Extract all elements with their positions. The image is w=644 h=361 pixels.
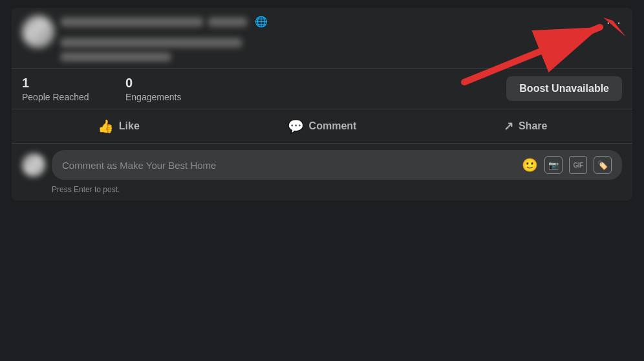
share-icon: ↗ bbox=[504, 119, 513, 133]
post-author-badge-blur bbox=[208, 17, 247, 27]
post-author-name-blur bbox=[61, 17, 203, 27]
commenter-avatar bbox=[22, 153, 45, 177]
people-reached-label: People Reached bbox=[22, 92, 125, 102]
like-icon: 👍 bbox=[98, 118, 114, 134]
emoji-icon[interactable]: 🙂 bbox=[522, 157, 538, 173]
post-subrow bbox=[61, 33, 622, 47]
post-subtitle-blur-2 bbox=[61, 52, 171, 61]
boost-unavailable-button[interactable]: Boost Unavailable bbox=[506, 76, 622, 101]
share-label: Share bbox=[519, 120, 547, 132]
comment-icon-group: 🙂 📷 GIF 🏷️ bbox=[522, 156, 612, 174]
post-subtitle-blur-1 bbox=[61, 38, 242, 47]
gif-icon[interactable]: GIF bbox=[569, 156, 587, 174]
globe-icon: 🌐 bbox=[255, 16, 268, 28]
comment-row: Comment as Make Your Best Home 🙂 📷 GIF 🏷… bbox=[12, 144, 632, 184]
comment-button[interactable]: 💬 Comment bbox=[220, 112, 424, 140]
like-button[interactable]: 👍 Like bbox=[17, 112, 220, 140]
comment-input-area[interactable]: Comment as Make Your Best Home 🙂 📷 GIF 🏷… bbox=[52, 150, 622, 180]
post-subrow2 bbox=[61, 52, 622, 61]
sticker-icon[interactable]: 🏷️ bbox=[594, 156, 612, 174]
people-reached-count: 1 bbox=[22, 75, 125, 91]
press-enter-hint: Press Enter to post. bbox=[12, 184, 632, 201]
engagements-count: 0 bbox=[125, 75, 229, 91]
people-reached-stat: 1 People Reached bbox=[22, 75, 125, 102]
post-card: 🌐 ··· bbox=[12, 8, 632, 201]
engagements-stat: 0 Engagements bbox=[125, 75, 229, 102]
avatar bbox=[22, 16, 54, 48]
engagements-label: Engagements bbox=[125, 92, 229, 102]
camera-icon[interactable]: 📷 bbox=[544, 156, 563, 174]
actions-row: 👍 Like 💬 Comment ↗ Share bbox=[12, 109, 632, 143]
stats-row: 1 People Reached 0 Engagements Boost Una… bbox=[12, 69, 632, 109]
post-header: 🌐 ··· bbox=[12, 8, 632, 68]
share-button[interactable]: ↗ Share bbox=[424, 113, 627, 140]
more-options-button[interactable]: ··· bbox=[606, 16, 622, 30]
like-label: Like bbox=[119, 120, 140, 132]
post-header-info: 🌐 bbox=[61, 16, 622, 61]
comment-icon: 💬 bbox=[288, 118, 304, 134]
comment-placeholder: Comment as Make Your Best Home bbox=[62, 160, 216, 171]
post-name-row: 🌐 bbox=[61, 16, 622, 28]
comment-label: Comment bbox=[309, 120, 357, 132]
